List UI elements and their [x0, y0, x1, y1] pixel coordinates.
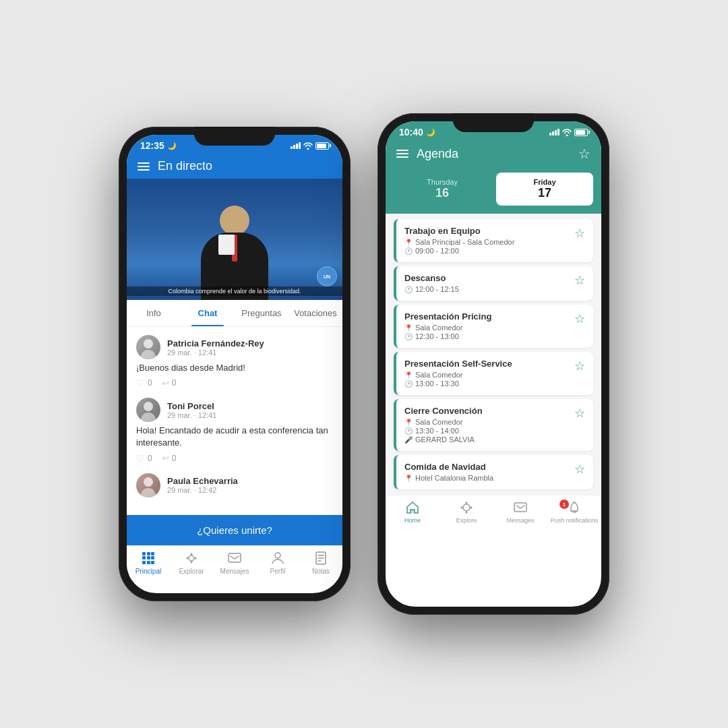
heart-icon-2: ♡ [136, 453, 145, 464]
like-action-2[interactable]: ♡ 0 [136, 453, 152, 464]
svg-point-0 [189, 555, 194, 561]
agenda-location-6: 📍 Hotel Catalonia Rambla [404, 474, 574, 482]
status-icons-left [291, 142, 329, 150]
chat-header-1: Patricia Fernández-Rey 29 mar. · 12:41 [136, 335, 333, 359]
agenda-item-4[interactable]: Presentación Self-Service 📍 Sala Comedor… [394, 352, 593, 395]
nav-messages-icon [512, 499, 528, 516]
nav-home-label: Home [404, 517, 421, 524]
nav-explore-label: Explore [456, 517, 477, 524]
nav-explorar-label: Explorar [179, 568, 204, 575]
chat-name-1: Patricia Fernández-Rey [167, 338, 264, 348]
reply-icon-2: ↩ [162, 453, 169, 463]
agenda-item-3[interactable]: Presentación Pricing 📍 Sala Comedor 🕐 12… [394, 305, 593, 348]
join-button[interactable]: ¿Quieres unirte? [127, 515, 342, 545]
agenda-item-5[interactable]: Cierre Convención 📍 Sala Comedor 🕐 13:30… [394, 399, 593, 451]
video-area[interactable]: UN Colombia comprende el valor de la bio… [127, 179, 342, 300]
star-5[interactable]: ☆ [574, 406, 585, 421]
tabs-bar: Info Chat Preguntas Votaciones [127, 300, 342, 327]
agenda-content-4: Presentación Self-Service 📍 Sala Comedor… [404, 359, 574, 388]
page-title-left: En directo [158, 159, 332, 173]
chat-header-2: Toni Porcel 29 mar. · 12:41 [136, 398, 333, 422]
moon-icon-right: 🌙 [426, 128, 435, 137]
right-phone-screen: 10:40 🌙 [386, 121, 601, 607]
agenda-location-4: 📍 Sala Comedor [404, 371, 574, 379]
agenda-content-6: Comida de Navidad 📍 Hotel Catalonia Ramb… [404, 462, 574, 483]
top-bar-left: En directo [127, 154, 342, 179]
avatar-2 [136, 398, 160, 422]
chat-date-1: 29 mar. · 12:41 [167, 348, 264, 357]
agenda-location-3: 📍 Sala Comedor [404, 324, 574, 332]
nav-home[interactable]: Home [386, 499, 439, 524]
clock-icon-3: 🕐 [404, 333, 413, 340]
svg-point-10 [466, 502, 468, 504]
agenda-time-text-2: 12:00 - 12:15 [415, 285, 459, 293]
nav-push-icon: 1 [566, 499, 582, 516]
clock-icon-4: 🕐 [404, 380, 413, 388]
nav-home-icon [404, 499, 421, 516]
day-name-thursday: Thursday [402, 178, 483, 186]
agenda-speaker-text-5: GERARD SALVIA [415, 435, 475, 444]
menu-icon-left[interactable] [138, 162, 150, 171]
notification-badge: 1 [559, 499, 569, 509]
phones-container: 12:35 🌙 [105, 100, 623, 628]
tab-preguntas[interactable]: Preguntas [235, 300, 289, 326]
star-1[interactable]: ☆ [574, 226, 585, 241]
tab-chat[interactable]: Chat [181, 300, 235, 326]
agenda-list: Trabajo en Equipo 📍 Sala Principal - Sal… [386, 214, 601, 495]
svg-point-11 [466, 512, 468, 514]
nav-principal-label: Principal [135, 568, 161, 575]
reply-action-1[interactable]: ↩ 0 [162, 378, 177, 388]
chat-text-2: Hola! Encantado de acudir a esta confere… [136, 425, 333, 449]
menu-icon-right[interactable] [396, 150, 408, 158]
bottom-nav-right: Home Explore [386, 495, 601, 529]
nav-notas[interactable]: Notas [299, 550, 342, 575]
chat-actions-2: ♡ 0 ↩ 0 [136, 453, 333, 464]
agenda-speaker-5: 🎤 GERARD SALVIA [404, 435, 574, 444]
agenda-location-text-4: Sala Comedor [415, 371, 462, 379]
star-3[interactable]: ☆ [574, 311, 585, 326]
nav-mensajes-icon [226, 550, 243, 566]
time-left: 12:35 [140, 140, 164, 151]
nav-mensajes[interactable]: Mensajes [213, 550, 256, 575]
nav-messages[interactable]: Messages [493, 499, 547, 524]
nav-explore[interactable]: Explore [439, 499, 493, 524]
reply-count-2: 0 [172, 454, 177, 463]
nav-push[interactable]: 1 Push notifications [547, 499, 601, 524]
svg-point-3 [187, 557, 189, 559]
day-tab-friday[interactable]: Friday 17 [496, 173, 593, 206]
right-phone: 10:40 🌙 [377, 113, 609, 615]
bookmark-icon[interactable]: ☆ [578, 146, 590, 162]
agenda-location-text-5: Sala Comedor [415, 418, 462, 426]
day-tab-thursday[interactable]: Thursday 16 [394, 173, 491, 206]
like-action-1[interactable]: ♡ 0 [136, 377, 152, 388]
star-4[interactable]: ☆ [574, 359, 585, 373]
like-count-1: 0 [148, 378, 152, 388]
signal-icon-left [291, 142, 301, 149]
tab-votaciones[interactable]: Votaciones [289, 300, 342, 326]
location-icon-3: 📍 [404, 324, 413, 332]
time-right: 10:40 [399, 127, 423, 138]
chat-header-3: Paula Echevarria 29 mar. · 12:42 [136, 473, 333, 497]
agenda-item-2[interactable]: Descanso 🕐 12:00 - 12:15 ☆ [394, 266, 593, 301]
status-time-right: 10:40 🌙 [399, 127, 435, 138]
left-phone-screen: 12:35 🌙 [127, 135, 342, 593]
wifi-icon-left [303, 142, 313, 150]
tab-info[interactable]: Info [127, 300, 181, 326]
agenda-title-5: Cierre Convención [404, 406, 574, 416]
page-title-right: Agenda [417, 147, 570, 161]
nav-messages-label: Messages [506, 517, 534, 524]
svg-point-12 [461, 507, 463, 509]
nav-principal[interactable]: Principal [127, 550, 170, 575]
wifi-icon-right [562, 129, 572, 136]
reply-action-2[interactable]: ↩ 0 [162, 453, 177, 463]
star-6[interactable]: ☆ [574, 462, 585, 477]
agenda-title-6: Comida de Navidad [404, 462, 574, 472]
star-2[interactable]: ☆ [574, 273, 585, 288]
agenda-item-1[interactable]: Trabajo en Equipo 📍 Sala Principal - Sal… [394, 219, 593, 262]
heart-icon-1: ♡ [136, 377, 145, 388]
nav-perfil[interactable]: Perfil [256, 550, 299, 575]
svg-point-4 [195, 557, 197, 559]
nav-explorar[interactable]: Explorar [170, 550, 213, 575]
agenda-item-6[interactable]: Comida de Navidad 📍 Hotel Catalonia Ramb… [394, 455, 593, 489]
nav-mensajes-label: Mensajes [220, 568, 249, 575]
